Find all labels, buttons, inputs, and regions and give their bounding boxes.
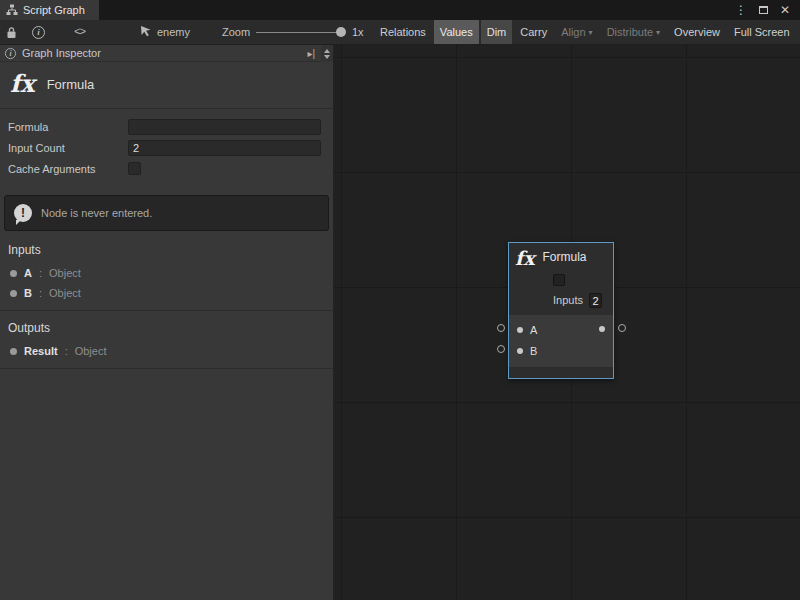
pointer-icon — [140, 25, 152, 39]
tab-label: Script Graph — [23, 4, 85, 16]
port-dot-icon — [10, 270, 17, 277]
port-separator: : — [39, 267, 42, 279]
unit-title: Formula — [47, 77, 95, 92]
scroll-up-icon[interactable] — [324, 49, 330, 53]
info-icon: i — [32, 26, 45, 39]
formula-node-header[interactable]: fx Formula — [509, 243, 613, 269]
port-dot-icon — [10, 290, 17, 297]
outputs-section-header: Outputs — [0, 311, 333, 341]
node-inputs-value[interactable]: 2 — [589, 293, 602, 308]
align-dropdown[interactable]: Align ▾ — [555, 20, 598, 44]
dim-button[interactable]: Dim — [481, 20, 513, 44]
formula-input[interactable] — [128, 119, 321, 135]
graph-canvas[interactable]: fx Formula Inputs 2 A B — [334, 45, 800, 600]
info-toggle-icon[interactable]: i — [32, 20, 45, 44]
port-separator: : — [39, 287, 42, 299]
input-count-label: Input Count — [8, 142, 128, 154]
port-type: Object — [49, 287, 81, 299]
values-button[interactable]: Values — [434, 20, 479, 44]
node-port-a-label: A — [530, 324, 537, 336]
toolbar-buttons: Relations Values Dim Carry Align ▾ Distr… — [374, 20, 800, 44]
node-port-b-label: B — [530, 345, 537, 357]
inspector-fields: Formula Input Count Cache Arguments — [0, 109, 333, 183]
tab-bar: Script Graph ⋮ ✕ — [0, 0, 800, 20]
relations-button[interactable]: Relations — [374, 20, 432, 44]
connection-ring-input-b[interactable] — [497, 345, 505, 353]
dock-icon[interactable]: ▸| — [307, 48, 315, 59]
port-type: Object — [49, 267, 81, 279]
distribute-dropdown[interactable]: Distribute ▾ — [601, 20, 666, 44]
node-port-row-a: A — [509, 319, 613, 340]
formula-node-inputs-row: Inputs 2 — [553, 293, 613, 308]
carry-button[interactable]: Carry — [514, 20, 553, 44]
cache-arguments-label: Cache Arguments — [8, 163, 128, 175]
inputs-section-header: Inputs — [0, 233, 333, 263]
cache-arguments-row: Cache Arguments — [0, 158, 333, 179]
port-dot-icon — [10, 348, 17, 355]
pane-scroller[interactable] — [321, 45, 333, 62]
graph-target[interactable]: enemy — [140, 20, 190, 44]
input-port-a-dot[interactable] — [517, 327, 523, 333]
input-port-b-dot[interactable] — [517, 348, 523, 354]
graph-inspector-title: Graph Inspector — [22, 47, 302, 59]
connection-ring-input-a[interactable] — [497, 324, 505, 332]
target-name: enemy — [157, 26, 190, 38]
code-view-icon[interactable]: <> — [74, 20, 85, 44]
window-controls: ⋮ ✕ — [735, 0, 800, 20]
cache-arguments-checkbox[interactable] — [128, 162, 141, 175]
script-graph-icon — [6, 4, 18, 16]
divider — [0, 368, 333, 369]
formula-fx-icon: fx — [10, 72, 35, 96]
zoom-value: 1x — [352, 20, 364, 44]
connection-ring-output[interactable] — [618, 324, 626, 332]
port-separator: : — [65, 345, 68, 357]
output-port-result: Result : Object — [0, 341, 333, 361]
formula-fx-icon: fx — [515, 248, 535, 269]
window-menu-icon[interactable]: ⋮ — [735, 3, 747, 17]
formula-node-ports: A B — [509, 315, 613, 367]
output-port-dot[interactable] — [599, 326, 605, 332]
graph-inspector-header: i Graph Inspector ▸| — [0, 45, 333, 62]
input-port-b: B : Object — [0, 283, 333, 303]
formula-node[interactable]: fx Formula Inputs 2 A B — [508, 242, 614, 379]
formula-field-row: Formula — [0, 116, 333, 137]
zoom-slider-knob[interactable] — [336, 27, 346, 37]
overview-button[interactable]: Overview — [668, 20, 726, 44]
distribute-label: Distribute — [607, 26, 653, 38]
warning-text: Node is never entered. — [41, 207, 152, 219]
scroll-down-icon[interactable] — [324, 55, 330, 59]
align-label: Align — [561, 26, 585, 38]
port-type: Object — [75, 345, 107, 357]
input-count-input[interactable] — [128, 140, 321, 156]
port-name: B — [24, 287, 32, 299]
zoom-slider-track — [256, 32, 344, 33]
node-inputs-label: Inputs — [553, 294, 583, 306]
input-count-field-row: Input Count — [0, 137, 333, 158]
tab-script-graph[interactable]: Script Graph — [0, 0, 99, 20]
graph-toolbar: i <> enemy Zoom 1x Relations Values Dim … — [0, 20, 800, 45]
chevron-down-icon: ▾ — [656, 28, 660, 37]
chevron-down-icon: ▾ — [589, 28, 593, 37]
port-name: Result — [24, 345, 58, 357]
formula-node-title: Formula — [543, 250, 587, 269]
port-name: A — [24, 267, 32, 279]
graph-inspector-panel: i Graph Inspector ▸| fx Formula Formula … — [0, 45, 334, 600]
zoom-label: Zoom — [222, 20, 250, 44]
info-icon: i — [5, 47, 16, 58]
lock-icon[interactable] — [6, 20, 17, 44]
unit-title-block: fx Formula — [0, 62, 333, 109]
window-close-icon[interactable]: ✕ — [780, 3, 790, 17]
warning-box: ! Node is never entered. — [4, 195, 329, 231]
warning-icon: ! — [14, 204, 32, 222]
formula-field-label: Formula — [8, 121, 128, 133]
input-port-a: A : Object — [0, 263, 333, 283]
formula-node-checkbox[interactable] — [553, 274, 565, 286]
unity-script-graph-window: { "window": { "tab_label": "Script Graph… — [0, 0, 800, 600]
window-maximize-icon[interactable] — [759, 6, 768, 14]
full-screen-button[interactable]: Full Screen — [728, 20, 796, 44]
zoom-slider[interactable] — [256, 20, 344, 44]
node-port-row-b: B — [509, 340, 613, 361]
